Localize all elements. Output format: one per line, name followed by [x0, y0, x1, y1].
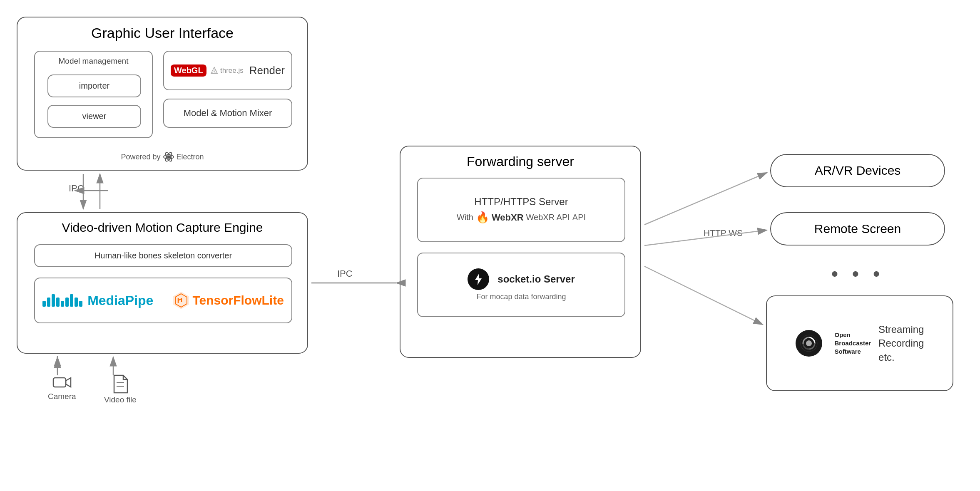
webxr-group: With 🔥 WebXR WebXR API API — [457, 211, 586, 224]
svg-line-29 — [644, 173, 767, 225]
mce-title: Video-driven Motion Capture Engine — [17, 221, 307, 235]
electron-label: Powered by Electron — [17, 151, 307, 162]
render-label: Render — [249, 64, 285, 77]
socketio-server-box: socket.io Server For mocap data forwardi… — [417, 253, 625, 317]
electron-text: Electron — [177, 153, 204, 161]
viewer-box: viewer — [47, 105, 141, 128]
threejs-label: three.js — [220, 67, 244, 75]
powered-by-text: Powered by — [121, 153, 160, 161]
with-text: With — [457, 213, 473, 222]
ipc2-label: IPC — [337, 268, 353, 279]
mediapipe-group: MediaPipe — [42, 293, 153, 308]
socketio-icon — [468, 268, 489, 290]
api-suffix: API — [572, 213, 586, 222]
svg-point-7 — [167, 156, 170, 159]
tensorflow-label: TensorFlowLite — [192, 293, 284, 307]
skeleton-label: Human-like bones skeleton converter — [95, 251, 232, 260]
camera-group: Camera — [48, 374, 76, 401]
electron-icon — [163, 151, 174, 162]
mediapipe-label: MediaPipe — [87, 293, 153, 308]
model-mgmt-label: Model management — [35, 57, 152, 66]
flame-icon: 🔥 — [476, 211, 489, 224]
mixer-label: Model & Motion Mixer — [184, 108, 272, 119]
arvr-box: AR/VR Devices — [770, 154, 945, 187]
tensorflow-group: TensorFlowLite — [173, 292, 284, 309]
obs-box: OpenBroadcasterSoftware StreamingRecordi… — [766, 295, 953, 391]
socketio-header: socket.io Server — [468, 268, 575, 290]
dots-separator: • • • — [770, 262, 945, 285]
socketio-name: socket.io Server — [497, 273, 575, 285]
remote-screen-label: Remote Screen — [771, 213, 944, 245]
gui-box: Graphic User Interface Model management … — [17, 17, 308, 171]
obs-text-group: OpenBroadcasterSoftware — [835, 331, 871, 356]
socketio-text-group: socket.io Server — [497, 273, 575, 285]
remote-screen-box: Remote Screen — [770, 212, 945, 246]
tensorflow-icon — [173, 292, 189, 309]
webgl-logo: WebGL — [171, 64, 206, 77]
gui-title: Graphic User Interface — [17, 25, 307, 41]
http-server-box: HTTP/HTTPS Server With 🔥 WebXR WebXR API… — [417, 178, 625, 242]
camera-label: Camera — [48, 392, 76, 401]
skeleton-box: Human-like bones skeleton converter — [34, 244, 292, 267]
video-file-icon — [112, 374, 128, 394]
http-server-label: HTTP/HTTPS Server — [474, 196, 568, 208]
httpws-text: HTTP WS — [704, 228, 743, 238]
svg-rect-15 — [53, 378, 66, 387]
webgl-render-box: WebGL three.js Render — [163, 51, 292, 90]
svg-marker-16 — [66, 378, 71, 387]
obs-logo — [796, 330, 822, 357]
camera-icon — [52, 374, 72, 390]
webxr-label: WebXR — [492, 212, 524, 223]
video-file-group: Video file — [104, 374, 137, 404]
socketio-sub: For mocap data forwarding — [476, 293, 566, 301]
threejs-icon — [211, 63, 218, 79]
frameworks-box: MediaPipe TensorFlowLite — [34, 278, 292, 323]
model-mgmt-box: Model management importer viewer — [34, 51, 153, 138]
fwd-title: Forwarding server — [400, 154, 640, 169]
httpws-label: HTTP WS — [704, 227, 743, 239]
api-text: WebXR API — [526, 213, 570, 222]
svg-line-31 — [644, 266, 763, 325]
svg-point-14 — [806, 340, 812, 346]
importer-label: importer — [79, 81, 109, 91]
importer-box: importer — [47, 74, 141, 97]
mediapipe-bars-icon — [42, 294, 82, 307]
forwarding-server-box: Forwarding server HTTP/HTTPS Server With… — [400, 146, 641, 358]
viewer-label: viewer — [82, 112, 107, 121]
obs-streaming-label: StreamingRecordingetc. — [878, 322, 924, 365]
obs-name: OpenBroadcasterSoftware — [835, 331, 871, 356]
mixer-box: Model & Motion Mixer — [163, 99, 292, 128]
ipc1-label: IPC — [69, 183, 84, 194]
mce-box: Video-driven Motion Capture Engine Human… — [17, 212, 308, 354]
video-file-label: Video file — [104, 395, 137, 404]
arvr-label: AR/VR Devices — [771, 155, 944, 186]
